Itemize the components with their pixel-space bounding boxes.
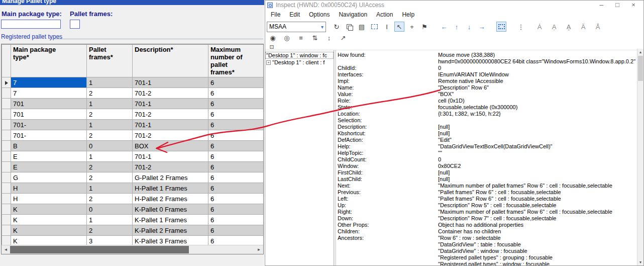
cell-main-package-type[interactable]: K xyxy=(11,225,87,236)
row-header[interactable] xyxy=(2,130,11,141)
cell-main-package-type[interactable]: 701 xyxy=(11,99,87,109)
scroll-up-icon[interactable]: ▲ xyxy=(637,49,643,55)
menu-item[interactable]: Action xyxy=(372,10,397,19)
properties-icon[interactable]: ▤ xyxy=(357,22,367,32)
cell-main-package-type[interactable]: H xyxy=(11,194,87,204)
grid-row[interactable]: H 2 H-Pallet 2 Frames 6 xyxy=(2,194,264,204)
row-header[interactable] xyxy=(2,225,11,236)
inspect-titlebar[interactable]: Inspect (HWND: 0x00050C24) UIAccess – □ … xyxy=(265,1,643,10)
cell-pallet-frames[interactable]: 1 xyxy=(87,77,133,88)
cell-pallet-frames[interactable]: 2 xyxy=(87,109,133,120)
cell-max-frames[interactable]: 6 xyxy=(208,77,264,88)
cell-max-frames[interactable]: 6 xyxy=(208,204,264,215)
scroll-left-icon[interactable]: ◄ xyxy=(2,245,10,254)
watch-cursor-icon[interactable]: ◉ xyxy=(268,33,278,43)
flag-icon[interactable]: ⚑ xyxy=(419,22,430,32)
refresh-icon[interactable]: ↻ xyxy=(332,22,342,32)
properties-vertical-scrollbar[interactable]: ▲ ▼ xyxy=(637,49,643,265)
mode-combobox[interactable]: MSAA ▾ xyxy=(267,22,326,32)
cell-main-package-type[interactable]: H xyxy=(11,183,87,194)
up-down-icon[interactable]: ↕ xyxy=(324,33,334,43)
cell-main-package-type[interactable]: G xyxy=(11,172,87,183)
grid-row[interactable]: 701- 2 701-2 6 xyxy=(2,130,264,141)
cell-max-frames[interactable]: 6 xyxy=(208,183,264,194)
cell-max-frames[interactable]: 6 xyxy=(208,141,264,151)
menu-item[interactable]: Navigation xyxy=(334,10,372,19)
cell-main-package-type[interactable]: 701- xyxy=(11,130,87,141)
grid-row[interactable]: K 2 K-Pallet 2 Frames 6 xyxy=(2,225,264,236)
col-header-main-package-type[interactable]: Main package type* xyxy=(11,45,87,77)
scroll-right-icon[interactable]: ► xyxy=(255,245,263,254)
grid-row[interactable]: 701 2 701-2 6 xyxy=(2,109,264,120)
menu-item[interactable]: Options xyxy=(304,10,334,19)
cell-main-package-type[interactable]: E xyxy=(11,151,87,162)
grid-row[interactable]: B 0 BOX 6 xyxy=(2,141,264,151)
cell-main-package-type[interactable]: 7 xyxy=(11,88,87,99)
row-header[interactable] xyxy=(2,162,11,172)
minimize-button[interactable]: – xyxy=(593,1,609,9)
text-cursor-icon[interactable]: I xyxy=(382,22,392,32)
accessibility-check-icon[interactable]: Å xyxy=(593,22,603,32)
close-button[interactable]: × xyxy=(625,1,641,9)
cell-pallet-frames[interactable]: 2 xyxy=(87,225,133,236)
menu-item[interactable]: Edit xyxy=(285,10,304,19)
grid-row[interactable]: K 1 K-Pallet 1 Frames 6 xyxy=(2,215,264,225)
row-header[interactable] xyxy=(2,183,11,194)
cell-description[interactable]: 701-2 xyxy=(133,162,208,172)
cell-description[interactable]: K-Pallet 1 Frames xyxy=(133,215,208,225)
accessibility-check-icon[interactable]: Ḁ xyxy=(564,22,574,32)
cell-max-frames[interactable]: 6 xyxy=(208,151,264,162)
cell-main-package-type[interactable]: B xyxy=(11,141,87,151)
cell-max-frames[interactable]: 6 xyxy=(208,215,264,225)
cell-description[interactable]: BOX xyxy=(133,141,208,151)
accessibility-check-icon[interactable]: Ạ xyxy=(549,22,559,32)
cell-main-package-type[interactable]: 7 xyxy=(11,77,87,88)
grid-row[interactable]: H 1 H-Pallet 1 Frames 6 xyxy=(2,183,264,194)
cell-main-package-type[interactable]: 701 xyxy=(11,109,87,120)
cell-pallet-frames[interactable]: 1 xyxy=(87,215,133,225)
pallet-window-titlebar[interactable]: Manage Pallet type xyxy=(0,0,264,5)
cell-max-frames[interactable]: 6 xyxy=(208,225,264,236)
cell-max-frames[interactable]: 6 xyxy=(208,194,264,204)
cell-pallet-frames[interactable]: 0 xyxy=(87,204,133,215)
pointer-icon[interactable]: ↖ xyxy=(394,22,404,32)
cell-max-frames[interactable]: 6 xyxy=(208,88,264,99)
selection-rectangle-icon[interactable] xyxy=(369,22,379,32)
list-view-icon[interactable]: ≡ xyxy=(296,33,306,43)
cell-pallet-frames[interactable]: 2 xyxy=(87,194,133,204)
accessibility-check-icon[interactable]: Ä xyxy=(578,22,588,32)
cell-max-frames[interactable]: 6 xyxy=(208,130,264,141)
grid-row[interactable]: E 2 701-2 6 xyxy=(2,162,264,172)
grid-row[interactable]: 701- 1 701-1 6 xyxy=(2,120,264,130)
highlight-toggle-icon[interactable] xyxy=(496,22,506,32)
row-header[interactable] xyxy=(2,172,11,183)
row-header[interactable] xyxy=(2,88,11,99)
cell-pallet-frames[interactable]: 1 xyxy=(87,183,133,194)
expand-icon[interactable]: + xyxy=(266,60,271,65)
col-header-description[interactable]: Description* xyxy=(133,45,208,77)
grid-row[interactable]: G 2 G-Pallet 2 Frames 6 xyxy=(2,172,264,183)
accessibility-check-icon[interactable]: Ȧ xyxy=(534,22,545,32)
options-dots-icon[interactable]: ⋮ xyxy=(516,22,526,32)
cell-pallet-frames[interactable]: 1 xyxy=(87,99,133,109)
cell-main-package-type[interactable]: K xyxy=(11,204,87,215)
row-header[interactable] xyxy=(2,215,11,225)
vscrollbar-thumb[interactable] xyxy=(638,56,643,81)
grid-horizontal-scrollbar[interactable]: ◄ ► xyxy=(2,245,263,254)
nav-left-icon[interactable]: ← xyxy=(439,22,449,32)
row-header[interactable] xyxy=(2,109,11,120)
cell-description[interactable]: 701-2 xyxy=(133,109,208,120)
cell-pallet-frames[interactable]: 2 xyxy=(87,172,133,183)
row-header[interactable] xyxy=(2,151,11,162)
cell-description[interactable]: 701-1 xyxy=(133,151,208,162)
pallet-frames-input[interactable] xyxy=(70,20,80,29)
crosshair-icon[interactable]: + xyxy=(407,22,417,32)
grid-row[interactable]: K 0 K-Pallet 0 Frames 6 xyxy=(2,204,264,215)
cell-description[interactable]: 701-1 xyxy=(133,99,208,109)
cell-max-frames[interactable]: 6 xyxy=(208,162,264,172)
export-icon[interactable]: ↗ xyxy=(338,33,348,43)
cell-max-frames[interactable]: 6 xyxy=(208,120,264,130)
default-action-icon[interactable]: ⊡ xyxy=(268,43,275,50)
main-package-type-input[interactable] xyxy=(1,20,61,29)
cell-main-package-type[interactable]: E xyxy=(11,162,87,172)
